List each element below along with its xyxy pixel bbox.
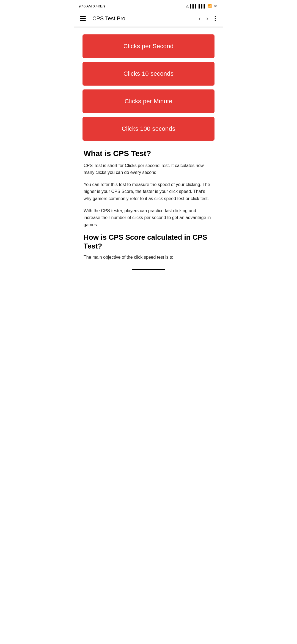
app-bar-left: CPS Test Pro — [79, 15, 125, 22]
back-nav-button[interactable]: ‹ — [197, 15, 202, 23]
app-bar-right: ‹ › ⋮ — [197, 15, 218, 23]
clicks-100-seconds-button[interactable]: Clicks 100 seconds — [82, 117, 215, 141]
what-is-cps-heading: What is CPS Test? — [84, 149, 213, 158]
signal-icon2: ▌▌▌ — [199, 4, 206, 8]
status-bar: 9:46 AM 0.4KB/s △ ▌▌▌ ▌▌▌ 📶 38 — [74, 0, 223, 11]
bluetooth-icon: △ — [186, 4, 189, 8]
app-bar: CPS Test Pro ‹ › ⋮ — [74, 11, 223, 26]
cps-description-3: With the CPS tester, players can practic… — [84, 207, 213, 228]
menu-button[interactable] — [79, 15, 87, 22]
cps-description-1: CPS Test is short for Clicks per second … — [84, 162, 213, 176]
clicks-per-minute-button[interactable]: Clicks per Minute — [82, 89, 215, 113]
status-time: 9:46 AM 0.4KB/s — [79, 4, 105, 8]
bottom-bar — [74, 266, 223, 275]
network-speed: 0.4KB/s — [93, 4, 105, 8]
main-content: Clicks per Second Clicks 10 seconds Clic… — [74, 29, 223, 266]
bottom-handle — [132, 269, 165, 270]
info-section: What is CPS Test? CPS Test is short for … — [82, 149, 215, 261]
app-bar-divider — [74, 28, 223, 28]
clicks-per-second-button[interactable]: Clicks per Second — [82, 34, 215, 58]
how-is-cps-heading: How is CPS Score calculated in CPS Test? — [84, 233, 213, 250]
battery-icon: 38 — [213, 4, 218, 8]
more-options-button[interactable]: ⋮ — [212, 15, 218, 22]
app-title: CPS Test Pro — [92, 15, 125, 22]
time-display: 9:46 AM — [79, 4, 92, 8]
cps-score-description: The main objective of the click speed te… — [84, 254, 213, 261]
wifi-icon: 📶 — [207, 4, 212, 8]
signal-icon1: ▌▌▌ — [190, 4, 197, 8]
status-icons: △ ▌▌▌ ▌▌▌ 📶 38 — [186, 4, 218, 8]
clicks-10-seconds-button[interactable]: Clicks 10 seconds — [82, 62, 215, 86]
forward-nav-button[interactable]: › — [205, 15, 210, 23]
cps-description-2: You can refer this test to measure the s… — [84, 181, 213, 202]
